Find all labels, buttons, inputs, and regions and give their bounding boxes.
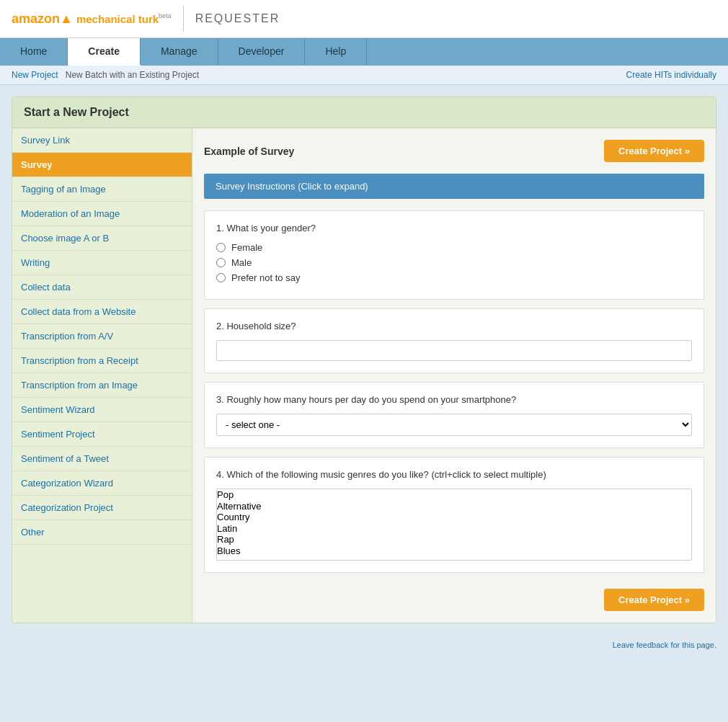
radio-male: Male — [216, 257, 692, 268]
logo-divider — [183, 6, 184, 32]
breadcrumb-existing: New Batch with an Existing Project — [66, 70, 199, 80]
sidebar-item-transcription-receipt[interactable]: Transcription from a Receipt — [12, 349, 192, 373]
question-block-4: 4. Which of the following music genres d… — [204, 457, 704, 573]
breadcrumb: New Project New Batch with an Existing P… — [0, 66, 728, 85]
radio-prefer-not-label: Prefer not to say — [231, 272, 300, 283]
bottom-action: Create Project » — [204, 581, 704, 611]
sidebar-item-moderation[interactable]: Moderation of an Image — [12, 202, 192, 226]
header: amazon▲ mechanical turkbeta REQUESTER — [0, 0, 728, 38]
project-title: Start a New Project — [12, 97, 716, 128]
radio-female: Female — [216, 242, 692, 253]
question-block-2: 2. Household size? — [204, 308, 704, 373]
genre-pop: Pop — [217, 489, 691, 501]
sidebar-item-transcription-image[interactable]: Transcription from an Image — [12, 373, 192, 398]
create-hits-link[interactable]: Create HITs individually — [626, 70, 716, 80]
music-genre-select[interactable]: Pop Alternative Country Latin Rap Blues — [216, 489, 692, 561]
nav: Home Create Manage Developer Help — [0, 38, 728, 66]
nav-create[interactable]: Create — [68, 38, 141, 66]
nav-help[interactable]: Help — [305, 38, 367, 66]
genre-country: Country — [217, 512, 691, 523]
logo-area: amazon▲ mechanical turkbeta REQUESTER — [12, 6, 280, 32]
project-body: Survey Link Survey Tagging of an Image M… — [12, 128, 716, 623]
nav-manage[interactable]: Manage — [141, 38, 218, 66]
main: Start a New Project Survey Link Survey T… — [0, 85, 728, 635]
sidebar-item-survey[interactable]: Survey — [12, 153, 192, 177]
sidebar-item-sentiment-wizard[interactable]: Sentiment Wizard — [12, 398, 192, 422]
sidebar-item-sentiment-tweet[interactable]: Sentiment of a Tweet — [12, 447, 192, 471]
project-panel: Start a New Project Survey Link Survey T… — [12, 97, 716, 623]
question-block-3: 3. Roughly how many hours per day do you… — [204, 382, 704, 448]
sidebar-item-collect-data[interactable]: Collect data — [12, 275, 192, 300]
logo-amazon: amazon▲ mechanical turkbeta — [12, 12, 172, 27]
question-2-label: 2. Household size? — [216, 321, 692, 331]
nav-developer[interactable]: Developer — [218, 38, 306, 66]
question-3-label: 3. Roughly how many hours per day do you… — [216, 394, 692, 405]
radio-male-label: Male — [231, 257, 252, 268]
breadcrumb-separator — [61, 70, 63, 80]
content-area: Example of Survey Create Project » Surve… — [192, 128, 716, 623]
breadcrumb-left: New Project New Batch with an Existing P… — [12, 70, 199, 80]
question-4-label: 4. Which of the following music genres d… — [216, 469, 692, 480]
sidebar-item-writing[interactable]: Writing — [12, 251, 192, 275]
radio-female-label: Female — [231, 242, 262, 253]
logo-requester: REQUESTER — [195, 12, 280, 25]
sidebar-item-survey-link[interactable]: Survey Link — [12, 128, 192, 153]
create-project-bottom-button[interactable]: Create Project » — [604, 589, 704, 611]
footer-feedback-link[interactable]: Leave feedback for this page. — [613, 641, 716, 649]
question-1-label: 1. What is your gender? — [216, 223, 692, 233]
create-project-top-button[interactable]: Create Project » — [604, 140, 704, 162]
sidebar-item-categorization-wizard[interactable]: Categorization Wizard — [12, 471, 192, 496]
sidebar-item-choose-image[interactable]: Choose image A or B — [12, 226, 192, 251]
instructions-bar[interactable]: Survey Instructions (Click to expand) — [204, 174, 704, 199]
nav-home[interactable]: Home — [0, 38, 68, 66]
content-header: Example of Survey Create Project » — [204, 140, 704, 162]
breadcrumb-right: Create HITs individually — [626, 70, 716, 80]
logo-mturk-text: mechanical turk — [76, 13, 159, 25]
breadcrumb-new-project[interactable]: New Project — [12, 70, 58, 80]
logo-amazon-text: amazon — [12, 12, 60, 26]
genre-rap: Rap — [217, 534, 691, 545]
sidebar-item-transcription-av[interactable]: Transcription from A/V — [12, 324, 192, 349]
logo-smile: ▲ — [60, 12, 73, 26]
sidebar-item-other[interactable]: Other — [12, 520, 192, 545]
radio-male-input[interactable] — [216, 258, 226, 267]
household-size-input[interactable] — [216, 340, 692, 361]
genre-blues: Blues — [217, 545, 691, 557]
genre-latin: Latin — [217, 523, 691, 535]
radio-female-input[interactable] — [216, 243, 226, 252]
question-block-1: 1. What is your gender? Female Male Pref… — [204, 210, 704, 300]
radio-prefer-not: Prefer not to say — [216, 272, 692, 283]
sidebar-item-tagging[interactable]: Tagging of an Image — [12, 177, 192, 202]
sidebar-item-collect-data-website[interactable]: Collect data from a Website — [12, 300, 192, 324]
logo-beta: beta — [159, 12, 172, 19]
footer: Leave feedback for this page. — [0, 635, 728, 655]
sidebar-item-categorization-project[interactable]: Categorization Project — [12, 496, 192, 520]
smartphone-hours-select[interactable]: - select one - 0-1 1-2 2-3 3-4 4+ — [216, 414, 692, 436]
genre-alternative: Alternative — [217, 501, 691, 512]
content-title: Example of Survey — [204, 146, 294, 157]
radio-prefer-not-input[interactable] — [216, 273, 226, 282]
sidebar: Survey Link Survey Tagging of an Image M… — [12, 128, 192, 623]
sidebar-item-sentiment-project[interactable]: Sentiment Project — [12, 422, 192, 447]
